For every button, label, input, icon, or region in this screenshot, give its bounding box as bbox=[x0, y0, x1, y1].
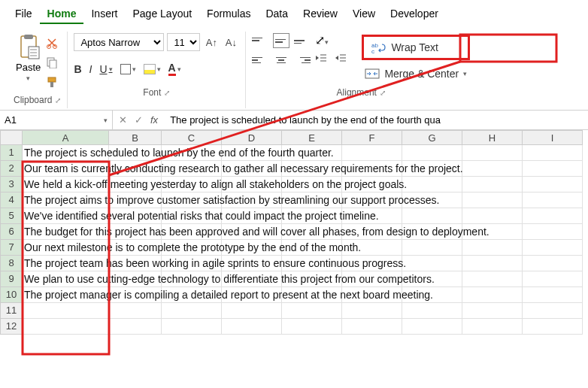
row-header-6[interactable]: 6 bbox=[0, 224, 23, 240]
cell-H1[interactable] bbox=[462, 145, 523, 161]
cell-H12[interactable] bbox=[462, 319, 523, 335]
row-header-7[interactable]: 7 bbox=[0, 240, 23, 256]
enter-formula-icon[interactable]: ✓ bbox=[135, 114, 143, 126]
paste-dropdown-icon[interactable]: ▾ bbox=[26, 74, 30, 82]
cell-B9[interactable] bbox=[109, 271, 162, 287]
menu-insert[interactable]: Insert bbox=[83, 5, 125, 24]
cell-G2[interactable] bbox=[402, 161, 462, 177]
cell-I9[interactable] bbox=[523, 271, 583, 287]
cell-E1[interactable] bbox=[282, 145, 342, 161]
name-box-dropdown-icon[interactable]: ▾ bbox=[104, 117, 108, 124]
cell-A7[interactable] bbox=[23, 240, 109, 256]
cell-D11[interactable] bbox=[222, 303, 282, 319]
cell-C5[interactable] bbox=[162, 208, 222, 224]
menu-formulas[interactable]: Formulas bbox=[199, 5, 258, 24]
cell-E2[interactable] bbox=[282, 161, 342, 177]
select-all-corner[interactable] bbox=[0, 130, 23, 145]
align-middle-button[interactable] bbox=[273, 33, 289, 48]
clipboard-launcher-icon[interactable]: ⤢ bbox=[55, 96, 61, 105]
cell-F7[interactable] bbox=[342, 240, 402, 256]
cell-B1[interactable] bbox=[109, 145, 162, 161]
cell-B11[interactable] bbox=[109, 303, 162, 319]
cell-D4[interactable] bbox=[222, 192, 282, 208]
cell-I12[interactable] bbox=[523, 319, 583, 335]
cell-C8[interactable] bbox=[162, 256, 222, 271]
row-header-11[interactable]: 11 bbox=[0, 303, 23, 319]
menu-home[interactable]: Home bbox=[40, 5, 84, 24]
cell-F2[interactable] bbox=[342, 161, 402, 177]
cell-I6[interactable] bbox=[523, 224, 583, 240]
cut-button[interactable] bbox=[45, 36, 59, 50]
row-header-12[interactable]: 12 bbox=[0, 319, 23, 335]
col-header-B[interactable]: B bbox=[109, 130, 162, 145]
row-header-3[interactable]: 3 bbox=[0, 177, 23, 192]
menu-view[interactable]: View bbox=[345, 5, 383, 24]
cell-D8[interactable] bbox=[222, 256, 282, 271]
col-header-I[interactable]: I bbox=[523, 130, 583, 145]
cell-D6[interactable] bbox=[222, 224, 282, 240]
font-name-select[interactable]: Aptos Narrow bbox=[74, 33, 164, 51]
cell-H9[interactable] bbox=[462, 271, 523, 287]
cell-D2[interactable] bbox=[222, 161, 282, 177]
cancel-formula-icon[interactable]: ✕ bbox=[119, 114, 127, 126]
cell-E3[interactable] bbox=[282, 177, 342, 192]
cell-H5[interactable] bbox=[462, 208, 523, 224]
cell-D10[interactable] bbox=[222, 287, 282, 303]
cell-B12[interactable] bbox=[109, 319, 162, 335]
cell-I10[interactable] bbox=[523, 287, 583, 303]
col-header-F[interactable]: F bbox=[342, 130, 402, 145]
cell-E6[interactable] bbox=[282, 224, 342, 240]
row-header-2[interactable]: 2 bbox=[0, 161, 23, 177]
cell-G12[interactable] bbox=[402, 319, 462, 335]
menu-data[interactable]: Data bbox=[258, 5, 296, 24]
cell-E5[interactable] bbox=[282, 208, 342, 224]
cell-F1[interactable] bbox=[342, 145, 402, 161]
cell-F11[interactable] bbox=[342, 303, 402, 319]
cell-H11[interactable] bbox=[462, 303, 523, 319]
cell-B2[interactable] bbox=[109, 161, 162, 177]
cell-I8[interactable] bbox=[523, 256, 583, 271]
cell-G8[interactable] bbox=[402, 256, 462, 271]
cell-I7[interactable] bbox=[523, 240, 583, 256]
cell-C11[interactable] bbox=[162, 303, 222, 319]
cell-F6[interactable] bbox=[342, 224, 402, 240]
cell-G7[interactable] bbox=[402, 240, 462, 256]
row-header-1[interactable]: 1 bbox=[0, 145, 23, 161]
cell-B7[interactable] bbox=[109, 240, 162, 256]
cell-E4[interactable] bbox=[282, 192, 342, 208]
cell-G11[interactable] bbox=[402, 303, 462, 319]
cell-E8[interactable] bbox=[282, 256, 342, 271]
cell-B4[interactable] bbox=[109, 192, 162, 208]
row-header-5[interactable]: 5 bbox=[0, 208, 23, 224]
cell-D9[interactable] bbox=[222, 271, 282, 287]
cell-C4[interactable] bbox=[162, 192, 222, 208]
cell-C1[interactable] bbox=[162, 145, 222, 161]
cell-G1[interactable] bbox=[402, 145, 462, 161]
cell-H2[interactable] bbox=[462, 161, 523, 177]
alignment-launcher-icon[interactable]: ⤢ bbox=[380, 89, 386, 97]
cell-I5[interactable] bbox=[523, 208, 583, 224]
merge-center-button[interactable]: Merge & Center ▾ bbox=[362, 66, 470, 81]
cell-A9[interactable] bbox=[23, 271, 109, 287]
cell-H7[interactable] bbox=[462, 240, 523, 256]
row-header-9[interactable]: 9 bbox=[0, 271, 23, 287]
font-launcher-icon[interactable]: ⤢ bbox=[164, 89, 170, 97]
cell-A10[interactable] bbox=[23, 287, 109, 303]
cell-C6[interactable] bbox=[162, 224, 222, 240]
increase-font-button[interactable]: A↑ bbox=[203, 34, 220, 50]
cell-D1[interactable] bbox=[222, 145, 282, 161]
cell-A6[interactable] bbox=[23, 224, 109, 240]
cell-C9[interactable] bbox=[162, 271, 222, 287]
italic-button[interactable]: I bbox=[89, 62, 92, 76]
cell-E9[interactable] bbox=[282, 271, 342, 287]
align-left-button[interactable] bbox=[252, 53, 268, 68]
cell-H8[interactable] bbox=[462, 256, 523, 271]
cell-B3[interactable] bbox=[109, 177, 162, 192]
cell-H3[interactable] bbox=[462, 177, 523, 192]
cell-G4[interactable] bbox=[402, 192, 462, 208]
cell-H6[interactable] bbox=[462, 224, 523, 240]
cell-B10[interactable] bbox=[109, 287, 162, 303]
col-header-C[interactable]: C bbox=[162, 130, 222, 145]
cell-C3[interactable] bbox=[162, 177, 222, 192]
name-box[interactable]: A1 ▾ bbox=[0, 111, 113, 129]
